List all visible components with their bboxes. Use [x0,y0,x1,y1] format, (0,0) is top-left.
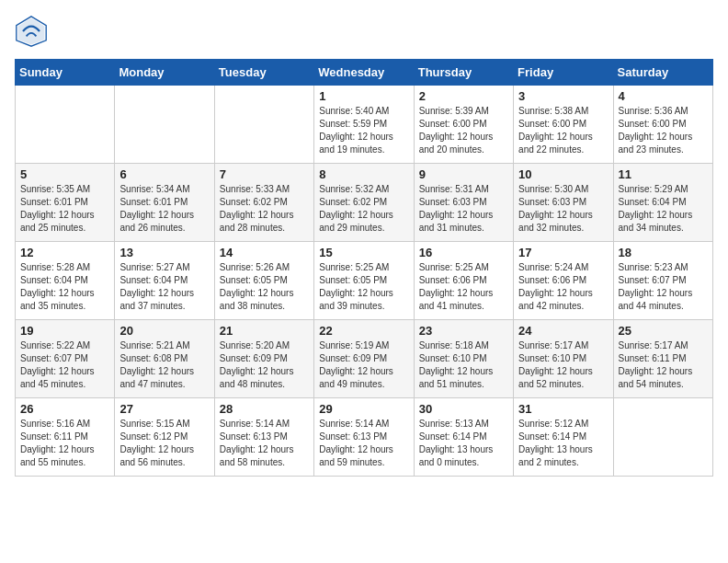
calendar-week-row: 5Sunrise: 5:35 AM Sunset: 6:01 PM Daylig… [16,164,713,242]
day-number: 8 [319,167,408,181]
day-info: Sunrise: 5:35 AM Sunset: 6:01 PM Dayligh… [20,183,109,235]
day-info: Sunrise: 5:22 AM Sunset: 6:07 PM Dayligh… [20,339,109,391]
day-info: Sunrise: 5:21 AM Sunset: 6:08 PM Dayligh… [119,339,209,391]
day-number: 30 [419,402,508,416]
calendar-cell: 25Sunrise: 5:17 AM Sunset: 6:11 PM Dayli… [613,320,712,398]
day-number: 29 [319,402,408,416]
day-info: Sunrise: 5:25 AM Sunset: 6:06 PM Dayligh… [419,261,508,313]
calendar-cell: 3Sunrise: 5:38 AM Sunset: 6:00 PM Daylig… [514,86,613,164]
column-header-friday: Friday [514,60,613,86]
day-info: Sunrise: 5:19 AM Sunset: 6:09 PM Dayligh… [319,339,408,391]
calendar-cell: 30Sunrise: 5:13 AM Sunset: 6:14 PM Dayli… [414,398,513,477]
calendar-cell: 6Sunrise: 5:34 AM Sunset: 6:01 PM Daylig… [115,164,214,242]
day-info: Sunrise: 5:28 AM Sunset: 6:04 PM Dayligh… [20,261,109,313]
day-number: 17 [518,246,608,259]
day-number: 6 [119,167,209,181]
day-number: 20 [119,324,209,338]
day-info: Sunrise: 5:14 AM Sunset: 6:13 PM Dayligh… [220,418,309,469]
day-number: 9 [419,167,508,181]
day-info: Sunrise: 5:12 AM Sunset: 6:14 PM Dayligh… [518,418,608,469]
calendar-cell: 16Sunrise: 5:25 AM Sunset: 6:06 PM Dayli… [414,242,513,320]
day-number: 5 [20,167,109,181]
calendar-cell [115,86,214,164]
column-header-thursday: Thursday [414,60,513,86]
calendar-cell: 26Sunrise: 5:16 AM Sunset: 6:11 PM Dayli… [16,398,115,477]
logo-icon [15,15,48,48]
day-number: 12 [20,246,109,259]
day-info: Sunrise: 5:17 AM Sunset: 6:10 PM Dayligh… [518,339,608,391]
calendar-cell: 1Sunrise: 5:40 AM Sunset: 5:59 PM Daylig… [314,86,414,164]
calendar-cell: 23Sunrise: 5:18 AM Sunset: 6:10 PM Dayli… [414,320,513,398]
calendar-cell: 27Sunrise: 5:15 AM Sunset: 6:12 PM Dayli… [115,398,214,477]
calendar-cell: 21Sunrise: 5:20 AM Sunset: 6:09 PM Dayli… [214,320,313,398]
day-info: Sunrise: 5:40 AM Sunset: 5:59 PM Dayligh… [319,105,408,156]
calendar-cell: 13Sunrise: 5:27 AM Sunset: 6:04 PM Dayli… [115,242,214,320]
day-number: 28 [220,402,309,416]
page-header [15,15,713,48]
calendar-cell [214,86,313,164]
calendar-week-row: 26Sunrise: 5:16 AM Sunset: 6:11 PM Dayli… [16,398,713,477]
calendar-week-row: 12Sunrise: 5:28 AM Sunset: 6:04 PM Dayli… [16,242,713,320]
day-number: 4 [619,89,708,103]
day-number: 1 [319,89,408,103]
day-info: Sunrise: 5:27 AM Sunset: 6:04 PM Dayligh… [119,261,209,313]
calendar-cell: 15Sunrise: 5:25 AM Sunset: 6:05 PM Dayli… [314,242,414,320]
day-number: 19 [20,324,109,338]
day-info: Sunrise: 5:18 AM Sunset: 6:10 PM Dayligh… [419,339,508,391]
logo [15,15,53,48]
column-header-sunday: Sunday [16,60,115,86]
calendar-cell [613,398,712,477]
calendar-week-row: 1Sunrise: 5:40 AM Sunset: 5:59 PM Daylig… [16,86,713,164]
day-number: 14 [220,246,309,259]
calendar-week-row: 19Sunrise: 5:22 AM Sunset: 6:07 PM Dayli… [16,320,713,398]
day-number: 31 [518,402,608,416]
calendar-cell: 12Sunrise: 5:28 AM Sunset: 6:04 PM Dayli… [16,242,115,320]
calendar-cell: 11Sunrise: 5:29 AM Sunset: 6:04 PM Dayli… [613,164,712,242]
calendar-cell: 4Sunrise: 5:36 AM Sunset: 6:00 PM Daylig… [613,86,712,164]
day-info: Sunrise: 5:17 AM Sunset: 6:11 PM Dayligh… [619,339,708,391]
day-number: 3 [518,89,608,103]
calendar-cell: 18Sunrise: 5:23 AM Sunset: 6:07 PM Dayli… [613,242,712,320]
day-info: Sunrise: 5:26 AM Sunset: 6:05 PM Dayligh… [220,261,309,313]
calendar-cell: 14Sunrise: 5:26 AM Sunset: 6:05 PM Dayli… [214,242,313,320]
day-info: Sunrise: 5:30 AM Sunset: 6:03 PM Dayligh… [518,183,608,235]
day-info: Sunrise: 5:25 AM Sunset: 6:05 PM Dayligh… [319,261,408,313]
calendar-cell: 2Sunrise: 5:39 AM Sunset: 6:00 PM Daylig… [414,86,513,164]
day-info: Sunrise: 5:24 AM Sunset: 6:06 PM Dayligh… [518,261,608,313]
day-number: 2 [419,89,508,103]
day-number: 24 [518,324,608,338]
day-number: 16 [419,246,508,259]
day-info: Sunrise: 5:14 AM Sunset: 6:13 PM Dayligh… [319,418,408,469]
calendar-cell: 22Sunrise: 5:19 AM Sunset: 6:09 PM Dayli… [314,320,414,398]
day-number: 25 [619,324,708,338]
calendar-cell: 31Sunrise: 5:12 AM Sunset: 6:14 PM Dayli… [514,398,613,477]
day-number: 10 [518,167,608,181]
calendar-cell: 7Sunrise: 5:33 AM Sunset: 6:02 PM Daylig… [214,164,313,242]
calendar-cell: 8Sunrise: 5:32 AM Sunset: 6:02 PM Daylig… [314,164,414,242]
calendar-cell: 9Sunrise: 5:31 AM Sunset: 6:03 PM Daylig… [414,164,513,242]
day-number: 18 [619,246,708,259]
day-info: Sunrise: 5:34 AM Sunset: 6:01 PM Dayligh… [119,183,209,235]
day-number: 7 [220,167,309,181]
day-info: Sunrise: 5:31 AM Sunset: 6:03 PM Dayligh… [419,183,508,235]
day-info: Sunrise: 5:20 AM Sunset: 6:09 PM Dayligh… [220,339,309,391]
calendar-table: SundayMondayTuesdayWednesdayThursdayFrid… [15,59,713,477]
calendar-cell [16,86,115,164]
day-number: 13 [119,246,209,259]
day-info: Sunrise: 5:38 AM Sunset: 6:00 PM Dayligh… [518,105,608,156]
day-number: 11 [619,167,708,181]
calendar-cell: 10Sunrise: 5:30 AM Sunset: 6:03 PM Dayli… [514,164,613,242]
day-info: Sunrise: 5:29 AM Sunset: 6:04 PM Dayligh… [619,183,708,235]
calendar-cell: 17Sunrise: 5:24 AM Sunset: 6:06 PM Dayli… [514,242,613,320]
day-number: 21 [220,324,309,338]
calendar-cell: 19Sunrise: 5:22 AM Sunset: 6:07 PM Dayli… [16,320,115,398]
day-info: Sunrise: 5:36 AM Sunset: 6:00 PM Dayligh… [619,105,708,156]
day-info: Sunrise: 5:32 AM Sunset: 6:02 PM Dayligh… [319,183,408,235]
column-header-tuesday: Tuesday [214,60,313,86]
calendar-cell: 20Sunrise: 5:21 AM Sunset: 6:08 PM Dayli… [115,320,214,398]
column-header-saturday: Saturday [613,60,712,86]
day-number: 26 [20,402,109,416]
day-info: Sunrise: 5:16 AM Sunset: 6:11 PM Dayligh… [20,418,109,469]
calendar-cell: 5Sunrise: 5:35 AM Sunset: 6:01 PM Daylig… [16,164,115,242]
day-number: 23 [419,324,508,338]
